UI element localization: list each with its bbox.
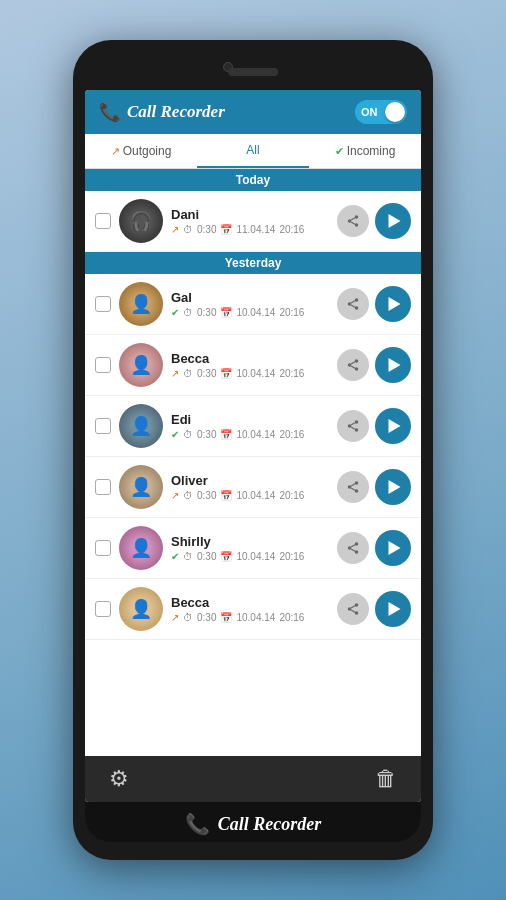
call-info: Becca ↗ ⏱ 0:30 📅 10.04.14 20:16 bbox=[171, 351, 329, 379]
call-time: 20:16 bbox=[279, 551, 304, 562]
call-meta: ↗ ⏱ 0:30 📅 11.04.14 20:16 bbox=[171, 224, 329, 235]
call-avatar: 👤 bbox=[119, 526, 163, 570]
call-info: Gal ✔ ⏱ 0:30 📅 10.04.14 20:16 bbox=[171, 290, 329, 318]
tab-all[interactable]: All bbox=[197, 134, 309, 168]
delete-icon[interactable]: 🗑 bbox=[375, 766, 397, 792]
call-avatar: 👤 bbox=[119, 587, 163, 631]
svg-line-28 bbox=[351, 484, 355, 486]
call-item: 👤 Shirlly ✔ ⏱ 0:30 📅 10.04.14 20:16 bbox=[85, 518, 421, 579]
share-button[interactable] bbox=[337, 471, 369, 503]
phone-screen: 📞 Call Recorder ON ↗ Outgoing All ✔ Inco… bbox=[85, 90, 421, 802]
call-type-icon: ↗ bbox=[171, 612, 179, 623]
incoming-check-icon: ✔ bbox=[335, 145, 344, 158]
call-checkbox[interactable] bbox=[95, 213, 111, 229]
avatar-image: 👤 bbox=[130, 476, 152, 498]
call-type-icon: ↗ bbox=[171, 368, 179, 379]
share-button[interactable] bbox=[337, 410, 369, 442]
svg-point-20 bbox=[355, 428, 359, 432]
phone-icon: 📞 bbox=[99, 101, 121, 123]
svg-point-13 bbox=[348, 363, 352, 367]
tab-incoming[interactable]: ✔ Incoming bbox=[309, 134, 421, 168]
call-checkbox[interactable] bbox=[95, 479, 111, 495]
call-name: Becca bbox=[171, 595, 329, 610]
call-calendar-icon: 📅 bbox=[220, 612, 232, 623]
call-avatar: 🎧 bbox=[119, 199, 163, 243]
svg-point-24 bbox=[355, 481, 359, 485]
share-button[interactable] bbox=[337, 349, 369, 381]
call-checkbox[interactable] bbox=[95, 357, 111, 373]
call-calendar-icon: 📅 bbox=[220, 429, 232, 440]
share-button[interactable] bbox=[337, 593, 369, 625]
call-duration: 0:30 bbox=[197, 368, 216, 379]
call-duration: 0:30 bbox=[197, 224, 216, 235]
call-type-icon: ↗ bbox=[171, 224, 179, 235]
bottom-bar: ⚙ 🗑 bbox=[85, 756, 421, 802]
avatar-image: 👤 bbox=[130, 415, 152, 437]
tabs-bar: ↗ Outgoing All ✔ Incoming bbox=[85, 134, 421, 169]
call-avatar: 👤 bbox=[119, 343, 163, 387]
avatar-image: 🎧 bbox=[130, 210, 152, 232]
section-header-yesterday: Yesterday bbox=[85, 252, 421, 274]
call-checkbox[interactable] bbox=[95, 540, 111, 556]
play-button[interactable] bbox=[375, 591, 411, 627]
call-item: 👤 Edi ✔ ⏱ 0:30 📅 10.04.14 20:16 bbox=[85, 396, 421, 457]
call-date: 10.04.14 bbox=[236, 429, 275, 440]
call-duration: 0:30 bbox=[197, 307, 216, 318]
avatar-image: 👤 bbox=[130, 537, 152, 559]
bottom-branding: 📞 Call Recorder bbox=[85, 802, 421, 842]
call-avatar: 👤 bbox=[119, 465, 163, 509]
svg-line-15 bbox=[351, 366, 355, 368]
call-type-icon: ✔ bbox=[171, 307, 179, 318]
call-meta: ↗ ⏱ 0:30 📅 10.04.14 20:16 bbox=[171, 368, 329, 379]
svg-point-12 bbox=[355, 359, 359, 363]
call-meta: ↗ ⏱ 0:30 📅 10.04.14 20:16 bbox=[171, 612, 329, 623]
call-list: Today 🎧 Dani ↗ ⏱ 0:30 📅 11.04.14 20:16 bbox=[85, 169, 421, 756]
svg-marker-5 bbox=[388, 214, 400, 228]
call-checkbox[interactable] bbox=[95, 296, 111, 312]
svg-line-10 bbox=[351, 301, 355, 303]
play-button[interactable] bbox=[375, 286, 411, 322]
call-name: Becca bbox=[171, 351, 329, 366]
play-button[interactable] bbox=[375, 408, 411, 444]
app-title: Call Recorder bbox=[127, 102, 225, 122]
call-actions bbox=[337, 203, 411, 239]
call-actions bbox=[337, 469, 411, 505]
settings-icon[interactable]: ⚙ bbox=[109, 766, 129, 792]
play-button[interactable] bbox=[375, 469, 411, 505]
call-actions bbox=[337, 286, 411, 322]
call-info: Oliver ↗ ⏱ 0:30 📅 10.04.14 20:16 bbox=[171, 473, 329, 501]
call-avatar: 👤 bbox=[119, 404, 163, 448]
share-button[interactable] bbox=[337, 532, 369, 564]
call-checkbox[interactable] bbox=[95, 418, 111, 434]
svg-line-22 bbox=[351, 423, 355, 425]
play-button[interactable] bbox=[375, 203, 411, 239]
svg-line-39 bbox=[351, 610, 355, 612]
call-date: 10.04.14 bbox=[236, 368, 275, 379]
share-button[interactable] bbox=[337, 288, 369, 320]
call-info: Dani ↗ ⏱ 0:30 📅 11.04.14 20:16 bbox=[171, 207, 329, 235]
svg-point-31 bbox=[348, 546, 352, 550]
play-button[interactable] bbox=[375, 530, 411, 566]
app-header: 📞 Call Recorder ON bbox=[85, 90, 421, 134]
toggle-button[interactable]: ON bbox=[355, 100, 407, 124]
call-duration-icon: ⏱ bbox=[183, 224, 193, 235]
call-actions bbox=[337, 408, 411, 444]
svg-point-38 bbox=[355, 611, 359, 615]
tab-outgoing[interactable]: ↗ Outgoing bbox=[85, 134, 197, 168]
call-time: 20:16 bbox=[279, 368, 304, 379]
call-checkbox[interactable] bbox=[95, 601, 111, 617]
play-button[interactable] bbox=[375, 347, 411, 383]
toggle-label: ON bbox=[361, 106, 378, 118]
header-logo: 📞 Call Recorder bbox=[99, 101, 225, 123]
call-meta: ↗ ⏱ 0:30 📅 10.04.14 20:16 bbox=[171, 490, 329, 501]
svg-line-34 bbox=[351, 545, 355, 547]
call-time: 20:16 bbox=[279, 612, 304, 623]
svg-marker-23 bbox=[388, 419, 400, 433]
share-button[interactable] bbox=[337, 205, 369, 237]
svg-line-4 bbox=[351, 218, 355, 220]
svg-line-16 bbox=[351, 362, 355, 364]
call-duration: 0:30 bbox=[197, 551, 216, 562]
call-duration: 0:30 bbox=[197, 612, 216, 623]
svg-line-21 bbox=[351, 427, 355, 429]
outgoing-arrow-icon: ↗ bbox=[111, 145, 120, 158]
